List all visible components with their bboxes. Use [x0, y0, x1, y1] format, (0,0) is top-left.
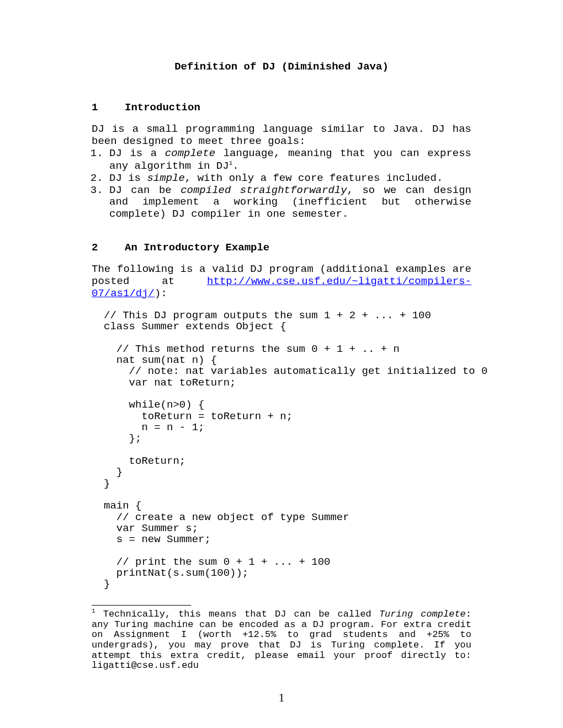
text-run: ):: [155, 287, 167, 299]
text-run: DJ can be: [109, 184, 180, 196]
goal-item-2: DJ is simple, with only a few core featu…: [109, 173, 471, 185]
goal-item-3: DJ can be compiled straightforwardly, so…: [109, 185, 471, 221]
footnote-marker: 1: [92, 608, 95, 614]
code-listing: // This DJ program outputs the sum 1 + 2…: [92, 310, 471, 590]
text-run: DJ is: [109, 172, 147, 184]
footnote-rule: [92, 605, 191, 606]
text-run: Technically, this means that DJ can be c…: [95, 609, 379, 619]
section-number: 2: [92, 242, 125, 254]
intro-paragraph: DJ is a small programming language simil…: [92, 124, 471, 148]
footnote-1: 1 Technically, this means that DJ can be…: [92, 608, 471, 671]
goals-list: DJ is a complete language, meaning that …: [92, 148, 471, 221]
italic-keyword-complete: complete: [165, 147, 215, 159]
footnotes: 1 Technically, this means that DJ can be…: [92, 605, 471, 681]
section-heading: Introduction: [125, 101, 200, 114]
text-run: , with only a few core features included…: [185, 172, 443, 184]
example-intro-paragraph: The following is a valid DJ program (add…: [92, 264, 471, 300]
document-page: Definition of DJ (Diminished Java) 1Intr…: [0, 0, 563, 728]
italic-keyword-simple: simple: [147, 172, 184, 184]
text-run: DJ is a: [109, 147, 165, 159]
page-number: 1: [0, 690, 563, 705]
section-header-1: 1Introduction: [92, 101, 471, 114]
section-heading: An Introductory Example: [125, 242, 269, 254]
document-title: Definition of DJ (Diminished Java): [92, 61, 471, 73]
section-number: 1: [92, 101, 125, 114]
section-header-2: 2An Introductory Example: [92, 242, 471, 254]
text-run: .: [232, 160, 238, 172]
italic-keyword-turing: Turing complete: [379, 609, 466, 619]
italic-keyword-compiled: compiled straightforwardly: [180, 184, 347, 196]
goal-item-1: DJ is a complete language, meaning that …: [109, 148, 471, 173]
